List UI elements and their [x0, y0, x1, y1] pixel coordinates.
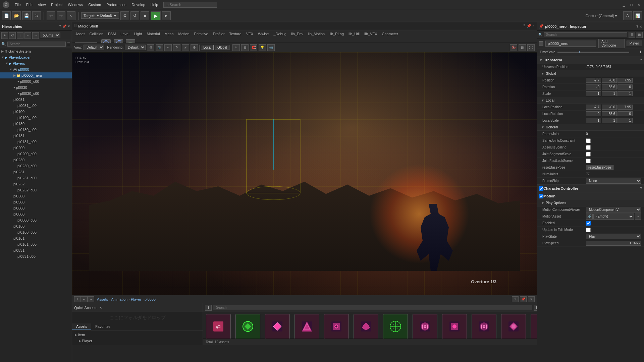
target-selector[interactable]: Target: ✦ Default ▼ [81, 12, 119, 19]
tree-item-pl0831-c00[interactable]: pl0831 c00 [0, 253, 72, 259]
vp-settings-btn[interactable]: ⚙ [147, 44, 154, 51]
global-search-input[interactable] [163, 2, 217, 8]
vp-rotate-btn[interactable]: ↻ [173, 44, 180, 51]
asset-item-parameter[interactable]: (x) pl0000_parameter [412, 314, 438, 339]
tree-item-pl0232-c00[interactable]: pl0232_c00 [0, 187, 72, 193]
breadcrumb-pl0000[interactable]: pl0000 [145, 297, 156, 301]
tree-item-pl0100[interactable]: pl0100 [0, 109, 72, 115]
macro-help[interactable]: ? [523, 24, 525, 28]
stop-button[interactable]: ■ [141, 11, 149, 20]
tree-item-pl0031[interactable]: pl0031 [0, 97, 72, 103]
player-tag-btn[interactable]: Player [627, 41, 642, 46]
tree-item-playerloader[interactable]: ▼ ▶ PlayerLoader [0, 54, 72, 60]
motion-asset-select[interactable]: (Empty) [593, 214, 634, 220]
tree-item-pl0031-c00[interactable]: pl0031_c00 [0, 103, 72, 109]
character-controller-header[interactable]: CharacterController ? [537, 185, 644, 192]
hier-refresh-btn[interactable]: ↺ [9, 32, 16, 39]
local-scale-x[interactable] [586, 118, 601, 123]
vp-cam2-btn[interactable]: 📹 [267, 44, 275, 51]
character-controller-help[interactable]: ? [640, 187, 642, 190]
enabled-check[interactable] [586, 221, 591, 226]
hier-close[interactable]: × [68, 24, 70, 28]
global-btn[interactable]: Global [215, 45, 229, 50]
view-select[interactable]: Default [84, 45, 104, 50]
breadcrumb-player[interactable]: Player [131, 297, 141, 301]
asset-item-pl0000b[interactable]: pl0000 [264, 314, 291, 339]
asset-search-input[interactable] [213, 305, 532, 310]
motion-asset-link-btn[interactable]: 🔗 [586, 214, 593, 220]
absolute-scaling-check[interactable] [586, 145, 591, 150]
tab-lib-vfx[interactable]: lib_VFX [362, 32, 379, 36]
menu-project[interactable]: Project [48, 2, 65, 7]
quick-access-close[interactable]: × [100, 306, 102, 310]
qa-tab-assets[interactable]: Assets [72, 323, 91, 330]
tree-item-pl0231[interactable]: pl0231 [0, 169, 72, 175]
scale-x[interactable] [586, 91, 601, 96]
hier-up-btn[interactable]: ↑ [17, 32, 23, 39]
tab-motion[interactable]: Motion [176, 32, 192, 36]
tree-item-pl0300[interactable]: pl0300 [0, 193, 72, 199]
local-position-y[interactable] [602, 105, 617, 110]
tab-debug[interactable]: _Debug [271, 32, 288, 36]
tree-item-pl0831[interactable]: pl0831 [0, 247, 72, 253]
update-edit-check[interactable] [586, 228, 591, 232]
tab-wwise[interactable]: Wwise [256, 32, 271, 36]
play-options-subsection[interactable]: ▼ Play Options [537, 200, 644, 206]
asset-item-skill[interactable]: pl0000_skill [441, 314, 468, 339]
tree-item-pl0000-nero[interactable]: ▶ 📁 pl0000_nero [0, 72, 72, 78]
scale-z[interactable] [618, 91, 633, 96]
entity-color-swatch[interactable] [539, 41, 543, 46]
tree-item-pl0800[interactable]: pl0800 [0, 211, 72, 217]
rotation-z[interactable] [618, 84, 633, 89]
vp-snap-btn[interactable]: 🧲 [250, 44, 257, 51]
ab-upload-btn[interactable]: ⬆ [205, 305, 212, 311]
hier-search-input[interactable] [7, 42, 66, 47]
insp-view-btn-1[interactable]: ☰ [629, 32, 635, 38]
bp-pin[interactable]: 📌 [520, 296, 527, 302]
tree-item-pl0000[interactable]: ▼ 🎮 pl0000 [0, 66, 72, 72]
tree-item-pl0030[interactable]: ● pl0030 [0, 84, 72, 90]
entity-name-input[interactable] [545, 41, 596, 47]
menu-windows[interactable]: Windows [65, 2, 86, 7]
joint-segment-check[interactable] [586, 152, 591, 157]
hier-pin[interactable]: 📌 [62, 24, 66, 28]
tree-item-players[interactable]: ▼ ▶ Players [0, 60, 72, 66]
hier-filter-icon[interactable]: ☰ [67, 42, 70, 46]
position-y[interactable] [602, 78, 617, 83]
tab-asset[interactable]: Asset [73, 32, 87, 36]
motion-check[interactable] [539, 194, 543, 198]
asset-item-variable[interactable]: (x) pl0000_variable [471, 314, 497, 339]
breadcrumb-animation[interactable]: Animation [111, 297, 127, 301]
tree-item-pl0231-c00[interactable]: pl0231_c00 [0, 175, 72, 181]
save-btn[interactable]: 💾 [22, 11, 31, 20]
macro-pin[interactable]: 📌 [527, 24, 531, 28]
same-joints-check[interactable] [586, 138, 591, 143]
step-button[interactable]: ▶| [162, 11, 171, 20]
asset-item-pl0000a[interactable]: pl0000_a [234, 314, 261, 339]
refresh-btn[interactable]: ↺ [130, 11, 139, 20]
hier-time-select[interactable]: 500ms [40, 33, 60, 38]
vp-select-btn[interactable]: ↖ [232, 44, 240, 51]
local-rotation-z[interactable] [618, 111, 633, 116]
vp-fullscreen-btn[interactable]: ⛶ [527, 44, 535, 51]
bp-forward-btn[interactable]: → [88, 296, 94, 302]
asset-item-camera[interactable]: pl0000_camera [323, 314, 350, 339]
game-viewport-content[interactable]: FPS: 60 Draw: 234 Overture 1/3 Position [72, 52, 537, 295]
hier-add-btn[interactable]: + [1, 32, 8, 39]
local-rotation-x[interactable] [586, 111, 601, 116]
tree-item-pl0600[interactable]: pl0600 [0, 205, 72, 211]
play-button[interactable]: ▶ [151, 11, 161, 20]
inspector-search-input[interactable] [544, 32, 627, 37]
tree-item-pl0230[interactable]: pl0230 [0, 157, 72, 163]
vp-grid-btn[interactable]: ⊞ [241, 44, 249, 51]
tab-collision[interactable]: Collision [88, 32, 106, 36]
local-scale-z[interactable] [618, 118, 633, 123]
menu-develop[interactable]: Develop [129, 2, 148, 7]
menu-preferences[interactable]: Preferences [104, 2, 129, 7]
asset-item-jointmap[interactable]: pl0000_lointMap [382, 314, 409, 339]
asset-item-nerozero[interactable]: 🏷 ネロ/アクションタグ [205, 314, 232, 339]
menu-help[interactable]: Help [148, 2, 161, 7]
position-z[interactable] [618, 78, 633, 83]
rotation-y[interactable] [602, 84, 617, 89]
tab-texture[interactable]: Texture [227, 32, 244, 36]
